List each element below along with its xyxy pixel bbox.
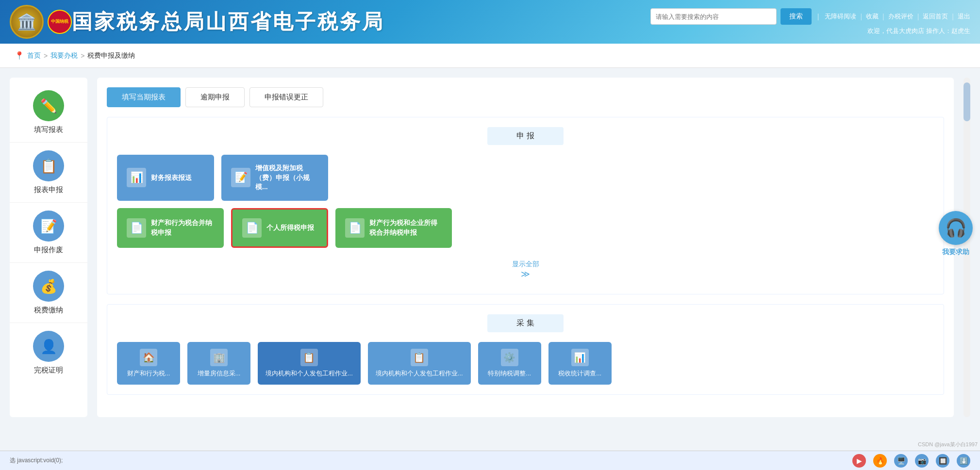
show-all-btn[interactable]: 显示全部 ≫ xyxy=(117,255,934,284)
report-section-title: 申 报 xyxy=(487,127,563,145)
collect-section: 采 集 🏠 财产和行为税... 🏢 增量房信息采... 📋 境内机构和个人发包工… xyxy=(107,304,944,395)
property-tax-icon: 📄 xyxy=(127,218,146,238)
scrollbar-thumb[interactable] xyxy=(963,82,970,121)
bottom-status: 选 javascript:void(0); xyxy=(10,456,63,465)
bottom-icon-camera[interactable]: 📷 xyxy=(915,454,929,468)
bottom-icon-box[interactable]: 🔲 xyxy=(936,454,949,468)
show-all-label: 显示全部 xyxy=(512,260,539,268)
sidebar-item-tax-pay[interactable]: 💰 税费缴纳 xyxy=(10,263,87,323)
vat-report-icon: 📝 xyxy=(231,168,250,187)
sidebar-item-void[interactable]: 📝 申报作废 xyxy=(10,203,87,263)
sub-header: 📍 首页 > 我要办税 > 税费申报及缴纳 xyxy=(0,44,980,68)
china-logo: 中国纳税 xyxy=(48,10,72,34)
collect-label-4: 特别纳税调整... xyxy=(488,369,531,378)
sidebar-item-report[interactable]: 📋 报表申报 xyxy=(10,143,87,203)
header: 🏛️ 中国纳税 国家税务总局山西省电子税务局 搜索 | 无障碍阅读 | 收藏 |… xyxy=(0,0,980,44)
sidebar-item-certificate[interactable]: 👤 完税证明 xyxy=(10,323,87,383)
tab-bar: 填写当期报表 逾期申报 申报错误更正 xyxy=(107,87,944,107)
breadcrumb-sep2: > xyxy=(81,52,84,60)
collect-item-4[interactable]: ⚙️ 特别纳税调整... xyxy=(478,342,541,385)
sidebar-void-label: 申报作废 xyxy=(34,245,63,255)
report-grid-row2: 📄 财产和行为税合并纳税申报 📄 个人所得税申报 📄 财产行为税和企业所得税合并… xyxy=(117,208,934,248)
search-button[interactable]: 搜索 xyxy=(781,8,812,25)
tab-overdue[interactable]: 逾期申报 xyxy=(185,87,245,107)
collect-grid: 🏠 财产和行为税... 🏢 增量房信息采... 📋 境内机构和个人发包工程作业.… xyxy=(117,342,934,385)
collect-item-0[interactable]: 🏠 财产和行为税... xyxy=(117,342,180,385)
link-logout[interactable]: 退出 xyxy=(958,12,970,21)
watermark: CSDN @java菜小白1997 xyxy=(918,441,978,448)
report-section: 申 报 📊 财务报表报送 📝 增值税及附加税（费）申报（小规模... 📄 xyxy=(107,117,944,294)
collect-item-5[interactable]: 📊 税收统计调查... xyxy=(548,342,612,385)
collect-icon-0: 🏠 xyxy=(140,349,157,366)
collect-label-1: 增量房信息采... xyxy=(198,369,241,378)
grid-item-property-tax[interactable]: 📄 财产和行为税合并纳税申报 xyxy=(117,208,224,248)
collect-icon-4: ⚙️ xyxy=(501,349,518,366)
grid-item-enterprise-tax[interactable]: 📄 财产行为税和企业所得税合并纳税申报 xyxy=(335,208,452,248)
sidebar: ✏️ 填写报表 📋 报表申报 📝 申报作废 💰 税费缴纳 👤 完税证明 xyxy=(10,78,87,417)
breadcrumb-home[interactable]: 首页 xyxy=(27,51,41,60)
collect-section-title: 采 集 xyxy=(487,314,563,332)
personal-income-tax-icon: 📄 xyxy=(242,218,262,238)
grid-item-personal-income-tax[interactable]: 📄 个人所得税申报 xyxy=(231,208,328,248)
bottom-icon-monitor[interactable]: 🖥️ xyxy=(894,454,908,468)
vat-report-label: 增值税及附加税（费）申报（小规模... xyxy=(255,163,314,192)
collect-item-1[interactable]: 🏢 增量房信息采... xyxy=(187,342,250,385)
search-bar: 搜索 | 无障碍阅读 | 收藏 | 办税评价 | 返回首页 | 退出 xyxy=(650,8,970,25)
header-right-panel: 搜索 | 无障碍阅读 | 收藏 | 办税评价 | 返回首页 | 退出 欢迎，代县… xyxy=(650,0,970,44)
certificate-icon: 👤 xyxy=(33,331,64,362)
location-icon: 📍 xyxy=(15,51,24,60)
bottom-icons: ▶ 🔥 🖥️ 📷 🔲 ⬇️ xyxy=(852,454,970,468)
report-icon: 📋 xyxy=(33,150,64,181)
bottom-bar: 选 javascript:void(0); ▶ 🔥 🖥️ 📷 🔲 ⬇️ xyxy=(0,451,980,470)
bottom-icon-play[interactable]: ▶ xyxy=(852,454,866,468)
welcome-message: 欢迎，代县大虎肉店 操作人：赵虎生 xyxy=(650,27,970,35)
emblem-logo: 🏛️ xyxy=(10,5,44,39)
collect-item-3[interactable]: 📋 境内机构和个人发包工程作业... xyxy=(368,342,471,385)
financial-report-label: 财务报表报送 xyxy=(151,173,192,183)
help-label: 我要求助 xyxy=(942,248,969,257)
link-tax-review[interactable]: 办税评价 xyxy=(888,12,914,21)
grid-item-financial-report[interactable]: 📊 财务报表报送 xyxy=(117,155,214,201)
sidebar-fill-form-label: 填写报表 xyxy=(34,125,63,134)
collect-label-0: 财产和行为税... xyxy=(127,369,170,378)
help-button[interactable]: 🎧 我要求助 xyxy=(936,211,975,259)
sidebar-tax-pay-label: 税费缴纳 xyxy=(34,306,63,315)
collect-icon-5: 📊 xyxy=(571,349,589,366)
tab-fill-current[interactable]: 填写当期报表 xyxy=(107,87,181,107)
link-home[interactable]: 返回首页 xyxy=(923,12,948,21)
collect-item-2[interactable]: 📋 境内机构和个人发包工程作业... xyxy=(258,342,361,385)
sidebar-certificate-label: 完税证明 xyxy=(34,366,63,375)
collect-icon-1: 🏢 xyxy=(210,349,228,366)
link-accessibility[interactable]: 无障碍阅读 xyxy=(825,12,856,21)
tax-pay-icon: 💰 xyxy=(33,271,64,302)
report-grid-row1: 📊 财务报表报送 📝 增值税及附加税（费）申报（小规模... xyxy=(117,155,934,201)
breadcrumb-sep1: > xyxy=(44,52,48,60)
collect-label-3: 境内机构和个人发包工程作业... xyxy=(376,369,463,378)
bottom-icon-down[interactable]: ⬇️ xyxy=(957,454,970,468)
grid-item-vat-report[interactable]: 📝 增值税及附加税（费）申报（小规模... xyxy=(221,155,328,201)
tab-error-correction[interactable]: 申报错误更正 xyxy=(249,87,323,107)
collect-icon-3: 📋 xyxy=(411,349,428,366)
enterprise-tax-label: 财产行为税和企业所得税合并纳税申报 xyxy=(369,218,442,237)
fill-form-icon: ✏️ xyxy=(33,90,64,121)
main-layout: ✏️ 填写报表 📋 报表申报 📝 申报作废 💰 税费缴纳 👤 完税证明 填写当期… xyxy=(0,68,980,427)
property-tax-label: 财产和行为税合并纳税申报 xyxy=(151,218,214,237)
search-input[interactable] xyxy=(650,8,777,25)
enterprise-tax-icon: 📄 xyxy=(345,218,365,238)
financial-report-icon: 📊 xyxy=(127,168,146,187)
collect-label-5: 税收统计调查... xyxy=(558,369,601,378)
help-circle: 🎧 xyxy=(939,211,973,245)
sidebar-report-label: 报表申报 xyxy=(34,185,63,194)
link-favorites[interactable]: 收藏 xyxy=(866,12,879,21)
personal-income-tax-label: 个人所得税申报 xyxy=(266,223,314,233)
breadcrumb-level2: 税费申报及缴纳 xyxy=(87,51,135,60)
sidebar-item-fill-form[interactable]: ✏️ 填写报表 xyxy=(10,82,87,143)
show-all-arrow: ≫ xyxy=(122,269,929,279)
content-area: 填写当期报表 逾期申报 申报错误更正 申 报 📊 财务报表报送 📝 增值税及附加… xyxy=(97,78,954,417)
collect-label-2: 境内机构和个人发包工程作业... xyxy=(266,369,353,378)
collect-icon-2: 📋 xyxy=(300,349,318,366)
site-title: 国家税务总局山西省电子税务局 xyxy=(72,8,384,35)
bottom-icon-fire[interactable]: 🔥 xyxy=(873,454,887,468)
breadcrumb: 📍 首页 > 我要办税 > 税费申报及缴纳 xyxy=(15,51,135,60)
breadcrumb-level1[interactable]: 我要办税 xyxy=(50,51,78,60)
